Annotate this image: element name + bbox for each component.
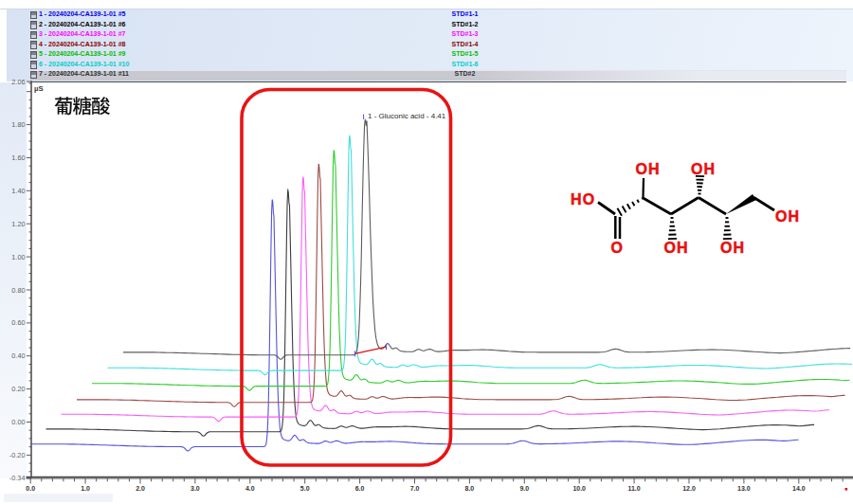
svg-text:1.60: 1.60 (11, 153, 25, 162)
svg-text:4.0: 4.0 (245, 485, 255, 492)
svg-text:2.06: 2.06 (11, 78, 25, 86)
svg-text:1.00: 1.00 (11, 253, 25, 261)
svg-text:5.0: 5.0 (300, 485, 310, 492)
svg-text:1.0: 1.0 (81, 485, 90, 492)
svg-text:OH: OH (775, 208, 800, 225)
svg-text:0.20: 0.20 (11, 385, 25, 393)
svg-text:0.40: 0.40 (11, 351, 25, 360)
svg-text:HO: HO (571, 191, 595, 207)
svg-text:µS: µS (34, 84, 44, 93)
svg-text:OH: OH (636, 161, 661, 177)
svg-text:6.0: 6.0 (355, 485, 365, 492)
svg-text:1.20: 1.20 (11, 220, 25, 228)
svg-text:OH: OH (720, 240, 745, 256)
svg-text:11.0: 11.0 (627, 485, 640, 492)
svg-text:0.80: 0.80 (11, 286, 25, 295)
svg-text:0.0: 0.0 (26, 485, 35, 492)
svg-text:0.60: 0.60 (11, 318, 25, 327)
svg-text:8.0: 8.0 (465, 485, 475, 492)
svg-text:OH: OH (691, 161, 716, 177)
svg-text:0.00: 0.00 (11, 418, 25, 426)
svg-text:13.0: 13.0 (737, 485, 751, 492)
svg-text:14.0: 14.0 (792, 485, 806, 492)
svg-text:7.0: 7.0 (410, 485, 420, 492)
svg-text:9.0: 9.0 (519, 485, 529, 492)
svg-text:1 - Gluconic acid - 4.41: 1 - Gluconic acid - 4.41 (368, 112, 446, 120)
svg-text:10.0: 10.0 (572, 485, 586, 492)
svg-text:-0.34: -0.34 (9, 474, 26, 482)
svg-text:1.40: 1.40 (11, 187, 25, 195)
svg-text:OH: OH (664, 240, 689, 256)
svg-text:12.0: 12.0 (682, 485, 696, 492)
svg-text:-0.20: -0.20 (9, 451, 26, 459)
svg-text:2.0: 2.0 (136, 485, 145, 492)
svg-text:O: O (611, 240, 625, 256)
svg-text:3.0: 3.0 (191, 485, 200, 492)
svg-text:1.80: 1.80 (11, 120, 25, 129)
